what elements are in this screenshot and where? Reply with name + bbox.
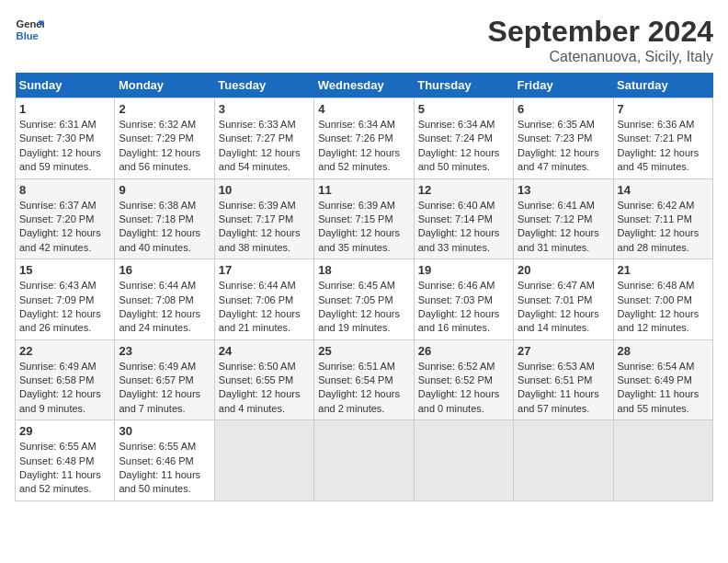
calendar-cell: 2Sunrise: 6:32 AMSunset: 7:29 PMDaylight… [115,98,214,179]
calendar-cell: 3Sunrise: 6:33 AMSunset: 7:27 PMDaylight… [214,98,313,179]
svg-text:General: General [17,18,44,29]
title-section: September 2024 Catenanuova, Sicily, Ital… [488,15,713,65]
day-number: 22 [19,344,110,358]
day-info: Sunrise: 6:35 AMSunset: 7:23 PMDaylight:… [518,118,609,175]
day-info: Sunrise: 6:32 AMSunset: 7:29 PMDaylight:… [119,118,210,175]
day-number: 1 [19,102,110,116]
day-info: Sunrise: 6:39 AMSunset: 7:17 PMDaylight:… [219,199,310,256]
svg-text:Blue: Blue [17,30,39,41]
calendar-cell: 18Sunrise: 6:45 AMSunset: 7:05 PMDayligh… [314,259,414,340]
calendar-cell [314,420,414,501]
day-number: 25 [318,344,409,358]
day-number: 3 [219,102,310,116]
calendar-cell: 25Sunrise: 6:51 AMSunset: 6:54 PMDayligh… [314,339,414,420]
calendar-cell: 28Sunrise: 6:54 AMSunset: 6:49 PMDayligh… [613,339,712,420]
calendar-cell: 17Sunrise: 6:44 AMSunset: 7:06 PMDayligh… [214,259,313,340]
day-info: Sunrise: 6:49 AMSunset: 6:57 PMDaylight:… [119,360,210,417]
day-info: Sunrise: 6:52 AMSunset: 6:52 PMDaylight:… [418,360,509,417]
day-number: 21 [618,263,709,277]
col-sunday: Sunday [16,73,115,98]
day-info: Sunrise: 6:34 AMSunset: 7:24 PMDaylight:… [418,118,509,175]
calendar-cell: 19Sunrise: 6:46 AMSunset: 7:03 PMDayligh… [414,259,513,340]
day-info: Sunrise: 6:46 AMSunset: 7:03 PMDaylight:… [418,279,509,336]
calendar-cell: 6Sunrise: 6:35 AMSunset: 7:23 PMDaylight… [514,98,613,179]
calendar-cell: 13Sunrise: 6:41 AMSunset: 7:12 PMDayligh… [514,178,613,259]
col-saturday: Saturday [613,73,712,98]
day-info: Sunrise: 6:50 AMSunset: 6:55 PMDaylight:… [219,360,310,417]
day-info: Sunrise: 6:31 AMSunset: 7:30 PMDaylight:… [19,118,110,175]
calendar-cell: 14Sunrise: 6:42 AMSunset: 7:11 PMDayligh… [613,178,712,259]
day-number: 12 [418,183,509,197]
day-number: 28 [618,344,709,358]
calendar-cell: 7Sunrise: 6:36 AMSunset: 7:21 PMDaylight… [613,98,712,179]
day-number: 27 [518,344,609,358]
day-number: 2 [119,102,210,116]
day-info: Sunrise: 6:34 AMSunset: 7:26 PMDaylight:… [318,118,409,175]
calendar-cell: 15Sunrise: 6:43 AMSunset: 7:09 PMDayligh… [16,259,115,340]
calendar-cell: 24Sunrise: 6:50 AMSunset: 6:55 PMDayligh… [214,339,313,420]
day-info: Sunrise: 6:36 AMSunset: 7:21 PMDaylight:… [618,118,709,175]
calendar-cell [613,420,712,501]
logo: General Blue [15,15,44,44]
col-friday: Friday [514,73,613,98]
day-info: Sunrise: 6:53 AMSunset: 6:51 PMDaylight:… [518,360,609,417]
header-row: Sunday Monday Tuesday Wednesday Thursday… [16,73,713,98]
calendar-table: Sunday Monday Tuesday Wednesday Thursday… [15,73,713,501]
calendar-cell: 1Sunrise: 6:31 AMSunset: 7:30 PMDaylight… [16,98,115,179]
calendar-cell [514,420,613,501]
day-info: Sunrise: 6:33 AMSunset: 7:27 PMDaylight:… [219,118,310,175]
col-wednesday: Wednesday [314,73,414,98]
day-info: Sunrise: 6:38 AMSunset: 7:18 PMDaylight:… [119,199,210,256]
day-number: 5 [418,102,509,116]
day-number: 6 [518,102,609,116]
calendar-cell: 20Sunrise: 6:47 AMSunset: 7:01 PMDayligh… [514,259,613,340]
day-info: Sunrise: 6:39 AMSunset: 7:15 PMDaylight:… [318,199,409,256]
calendar-cell: 21Sunrise: 6:48 AMSunset: 7:00 PMDayligh… [613,259,712,340]
day-info: Sunrise: 6:42 AMSunset: 7:11 PMDaylight:… [618,199,709,256]
day-number: 26 [418,344,509,358]
location: Catenanuova, Sicily, Italy [488,49,713,65]
day-info: Sunrise: 6:44 AMSunset: 7:08 PMDaylight:… [119,279,210,336]
day-info: Sunrise: 6:41 AMSunset: 7:12 PMDaylight:… [518,199,609,256]
day-info: Sunrise: 6:51 AMSunset: 6:54 PMDaylight:… [318,360,409,417]
calendar-week-row: 15Sunrise: 6:43 AMSunset: 7:09 PMDayligh… [16,259,713,340]
calendar-week-row: 29Sunrise: 6:55 AMSunset: 6:48 PMDayligh… [16,420,713,501]
day-info: Sunrise: 6:47 AMSunset: 7:01 PMDaylight:… [518,279,609,336]
day-number: 17 [219,263,310,277]
day-number: 19 [418,263,509,277]
calendar-week-row: 22Sunrise: 6:49 AMSunset: 6:58 PMDayligh… [16,339,713,420]
day-number: 10 [219,183,310,197]
day-number: 7 [618,102,709,116]
day-info: Sunrise: 6:45 AMSunset: 7:05 PMDaylight:… [318,279,409,336]
day-info: Sunrise: 6:55 AMSunset: 6:46 PMDaylight:… [119,440,210,497]
col-thursday: Thursday [414,73,513,98]
calendar-cell [414,420,513,501]
day-number: 15 [19,263,110,277]
calendar-cell: 9Sunrise: 6:38 AMSunset: 7:18 PMDaylight… [115,178,214,259]
logo-icon: General Blue [15,15,44,44]
col-tuesday: Tuesday [214,73,313,98]
day-number: 13 [518,183,609,197]
day-number: 29 [19,424,110,438]
month-title: September 2024 [488,15,713,49]
day-info: Sunrise: 6:49 AMSunset: 6:58 PMDaylight:… [19,360,110,417]
day-number: 8 [19,183,110,197]
calendar-cell: 26Sunrise: 6:52 AMSunset: 6:52 PMDayligh… [414,339,513,420]
day-number: 14 [618,183,709,197]
calendar-cell: 10Sunrise: 6:39 AMSunset: 7:17 PMDayligh… [214,178,313,259]
day-number: 20 [518,263,609,277]
calendar-cell: 11Sunrise: 6:39 AMSunset: 7:15 PMDayligh… [314,178,414,259]
calendar-cell: 4Sunrise: 6:34 AMSunset: 7:26 PMDaylight… [314,98,414,179]
day-info: Sunrise: 6:48 AMSunset: 7:00 PMDaylight:… [618,279,709,336]
day-info: Sunrise: 6:44 AMSunset: 7:06 PMDaylight:… [219,279,310,336]
calendar-week-row: 8Sunrise: 6:37 AMSunset: 7:20 PMDaylight… [16,178,713,259]
page-header: General Blue September 2024 Catenanuova,… [15,15,713,65]
calendar-cell: 29Sunrise: 6:55 AMSunset: 6:48 PMDayligh… [16,420,115,501]
col-monday: Monday [115,73,214,98]
calendar-cell: 30Sunrise: 6:55 AMSunset: 6:46 PMDayligh… [115,420,214,501]
calendar-cell: 12Sunrise: 6:40 AMSunset: 7:14 PMDayligh… [414,178,513,259]
day-number: 11 [318,183,409,197]
day-number: 30 [119,424,210,438]
day-info: Sunrise: 6:55 AMSunset: 6:48 PMDaylight:… [19,440,110,497]
calendar-cell: 22Sunrise: 6:49 AMSunset: 6:58 PMDayligh… [16,339,115,420]
